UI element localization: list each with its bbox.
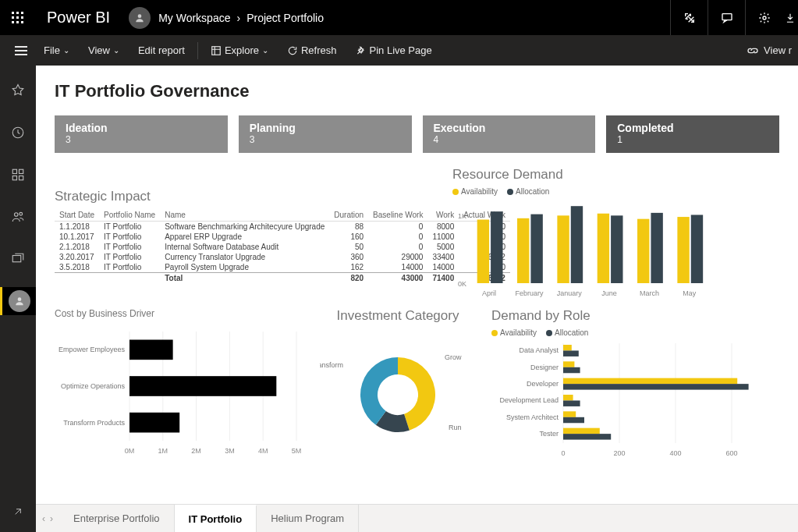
clock-icon <box>11 126 25 140</box>
tab-it-portfolio[interactable]: IT Portfolio <box>175 505 257 532</box>
breadcrumb: My Workspace › Project Portfolio <box>158 12 324 24</box>
workspace-avatar[interactable] <box>129 7 151 29</box>
svg-text:Developer: Developer <box>527 380 559 388</box>
rail-getdata[interactable] <box>0 498 36 526</box>
card-ideation[interactable]: Ideation3 <box>55 115 228 153</box>
rail-my-workspace[interactable] <box>0 287 36 315</box>
table-row[interactable]: 3.5.2018IT PortfolioPayroll System Upgra… <box>55 262 510 273</box>
table-row[interactable]: 10.1.2017IT PortfolioApparel ERP Upgrade… <box>55 232 510 242</box>
view-related-button[interactable]: View r <box>764 44 792 56</box>
strategic-impact-table[interactable]: Start DatePortfolio NameNameDurationBase… <box>55 209 510 283</box>
svg-text:March: March <box>640 289 659 297</box>
svg-rect-56 <box>129 376 276 396</box>
svg-text:Tester: Tester <box>539 430 559 438</box>
svg-rect-33 <box>598 214 609 283</box>
investment-title: Investment Category <box>320 308 476 324</box>
table-row[interactable]: 2.1.2018IT PortfolioInternal Software Da… <box>55 242 510 252</box>
svg-rect-36 <box>637 219 649 283</box>
svg-rect-30 <box>557 215 569 283</box>
explore-menu[interactable]: Explore⌄ <box>203 35 276 66</box>
demand-role-chart[interactable]: 0200400600Data AnalystDesignerDeveloperD… <box>491 340 764 457</box>
svg-text:Empower Employees: Empower Employees <box>59 346 126 353</box>
table-row[interactable]: 3.20.2017IT PortfolioCurrency Translator… <box>55 252 510 262</box>
resource-demand-legend: Availability Allocation <box>452 187 779 196</box>
page-tabs: ‹› Enterprise Portfolio IT Portfolio Hel… <box>36 504 798 532</box>
app-launcher-button[interactable] <box>0 0 36 35</box>
svg-rect-12 <box>212 46 221 55</box>
refresh-button[interactable]: Refresh <box>279 35 345 66</box>
waffle-icon <box>12 12 24 24</box>
edit-report-button[interactable]: Edit report <box>130 35 193 66</box>
svg-text:1K: 1K <box>458 212 466 220</box>
card-execution[interactable]: Execution4 <box>423 115 596 153</box>
nav-toggle-button[interactable] <box>9 46 33 55</box>
person-icon <box>14 296 25 307</box>
pin-icon <box>356 45 367 56</box>
svg-rect-2 <box>21 12 23 14</box>
link-icon <box>747 46 759 55</box>
kpi-cards-row: Ideation3 Planning3 Execution4 Completed… <box>55 115 779 153</box>
svg-text:Transform: Transform <box>320 361 343 369</box>
stack-icon <box>11 252 25 266</box>
svg-rect-78 <box>563 384 749 389</box>
svg-text:January: January <box>557 289 583 297</box>
demand-role-panel: Demand by Role Availability Allocation 0… <box>491 308 779 457</box>
card-planning[interactable]: Planning3 <box>239 115 412 153</box>
download-icon <box>785 12 796 23</box>
chevron-right-icon: › <box>236 12 240 24</box>
svg-text:June: June <box>601 289 617 297</box>
resource-demand-title: Resource Demand <box>452 167 779 183</box>
command-bar: File⌄ View⌄ Edit report Explore⌄ Refresh… <box>0 35 798 66</box>
resource-demand-chart[interactable]: 0K1KAprilFebruaryJanuaryJuneMarchMay <box>452 199 718 300</box>
svg-text:May: May <box>683 289 697 297</box>
svg-rect-6 <box>12 21 14 23</box>
svg-rect-24 <box>477 220 489 283</box>
tab-nav-arrows[interactable]: ‹› <box>36 505 59 532</box>
svg-text:400: 400 <box>669 449 681 457</box>
rail-recent[interactable] <box>0 119 36 147</box>
rail-workspaces[interactable] <box>0 245 36 273</box>
rail-favorites[interactable] <box>0 76 36 105</box>
card-completed[interactable]: Completed1 <box>606 115 779 153</box>
table-row[interactable]: 1.1.2018IT PortfolioSoftware Benchmarkin… <box>55 222 510 232</box>
settings-button[interactable] <box>745 0 782 35</box>
rail-shared[interactable] <box>0 203 36 231</box>
chevron-down-icon: ⌄ <box>262 46 268 55</box>
rail-apps[interactable] <box>0 161 36 189</box>
svg-rect-80 <box>563 395 573 400</box>
investment-chart[interactable]: TransformGrowRun <box>320 328 476 453</box>
cost-bd-chart[interactable]: 0M1M2M3M4M5MEmpower EmployeesOptimize Op… <box>55 324 304 456</box>
view-menu[interactable]: View⌄ <box>80 35 127 66</box>
svg-point-9 <box>138 14 142 18</box>
comments-button[interactable] <box>708 0 745 35</box>
chevron-right-icon: › <box>50 513 53 524</box>
breadcrumb-report[interactable]: Project Portfolio <box>246 12 324 24</box>
breadcrumb-workspace[interactable]: My Workspace <box>158 12 230 24</box>
tab-enterprise-portfolio[interactable]: Enterprise Portfolio <box>59 505 175 532</box>
svg-text:Development Lead: Development Lead <box>499 396 559 404</box>
svg-text:0K: 0K <box>458 280 466 288</box>
pin-live-page-button[interactable]: Pin Live Page <box>348 35 440 66</box>
svg-text:Data Analyst: Data Analyst <box>519 346 559 354</box>
svg-rect-83 <box>563 411 576 417</box>
download-button[interactable] <box>782 0 798 35</box>
tab-helium-program[interactable]: Helium Program <box>257 505 359 532</box>
svg-rect-3 <box>12 16 14 19</box>
fullscreen-button[interactable] <box>670 0 708 35</box>
separator <box>197 42 198 59</box>
table-icon <box>211 45 222 56</box>
svg-rect-25 <box>491 211 502 283</box>
svg-point-21 <box>17 297 21 301</box>
report-canvas: IT Portfolio Governance Ideation3 Planni… <box>36 66 798 532</box>
svg-rect-86 <box>563 428 600 434</box>
svg-rect-5 <box>21 16 23 19</box>
table-total-row: Total82043000714006012 <box>55 273 510 284</box>
svg-rect-15 <box>20 169 23 173</box>
file-menu[interactable]: File⌄ <box>36 35 77 66</box>
expand-icon <box>683 12 696 24</box>
svg-rect-81 <box>563 400 580 406</box>
svg-rect-87 <box>563 434 611 439</box>
svg-rect-8 <box>21 21 23 23</box>
svg-text:Grow: Grow <box>445 353 462 361</box>
svg-text:Designer: Designer <box>530 364 559 371</box>
